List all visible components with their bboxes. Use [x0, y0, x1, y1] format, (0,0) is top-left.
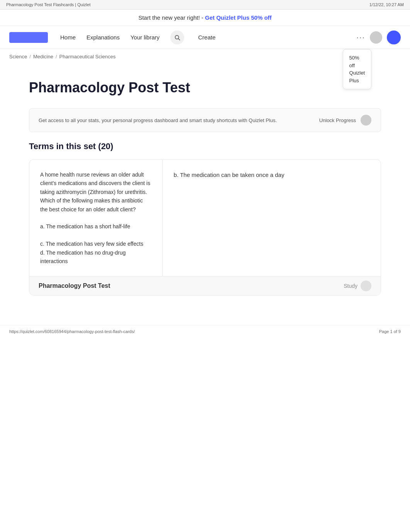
quizlet-logo[interactable] — [9, 32, 48, 43]
svg-line-1 — [178, 39, 180, 40]
breadcrumb-sep-1: / — [29, 54, 31, 59]
plus-hint-line1: 50% — [349, 54, 365, 62]
study-button[interactable]: Study — [344, 280, 371, 291]
search-icon[interactable] — [170, 31, 184, 44]
avatar-small[interactable] — [370, 31, 382, 44]
breadcrumb-pharma[interactable]: Pharmaceutical Sciences — [59, 54, 116, 59]
flashcard-inner: A home health nurse reviews an older adu… — [29, 160, 381, 276]
study-button-label: Study — [344, 283, 357, 289]
page-title: Pharmacology Post Test — [29, 80, 381, 96]
footer-page-info: Page 1 of 9 — [379, 329, 401, 334]
flashcard-definition: b. The medication can be taken once a da… — [163, 160, 381, 276]
flashcard-term: A home health nurse reviews an older adu… — [29, 160, 163, 276]
plus-hint-dropdown: 50% off Quizlet Plus — [343, 49, 371, 89]
breadcrumb-science[interactable]: Science — [9, 54, 27, 59]
nav-your-library[interactable]: Your library — [130, 34, 159, 41]
progress-banner: Get access to all your stats, your perso… — [29, 108, 381, 132]
flashcard: A home health nurse reviews an older adu… — [29, 159, 381, 296]
promo-link[interactable]: Get Quizlet Plus 50% off — [205, 14, 272, 21]
datetime: 1/12/22, 10:27 AM — [369, 2, 404, 7]
study-button-icon — [361, 280, 371, 291]
more-options-icon[interactable]: ··· — [356, 33, 365, 42]
tab-title: Pharmacology Post Test Flashcards | Quiz… — [6, 2, 90, 7]
navbar: Home Explanations Your library Create ··… — [0, 26, 410, 49]
nav-home[interactable]: Home — [60, 34, 76, 41]
nav-create[interactable]: Create — [198, 34, 215, 41]
avatar-large[interactable] — [387, 31, 401, 44]
study-footer: Pharmacology Post Test Study — [29, 276, 381, 295]
flashcard-def-text: b. The medication can be taken once a da… — [174, 170, 370, 180]
unlock-progress-button[interactable]: Unlock Progress — [319, 117, 356, 123]
terms-header: Terms in this set (20) — [29, 141, 381, 151]
bottom-bar: https://quizlet.com/608165944/pharmacolo… — [0, 325, 410, 338]
plus-hint-line4: Plus — [349, 77, 365, 85]
breadcrumb-medicine[interactable]: Medicine — [33, 54, 53, 59]
nav-right: ··· — [356, 31, 401, 44]
flashcard-term-text: A home health nurse reviews an older adu… — [40, 170, 151, 265]
progress-banner-text: Get access to all your stats, your perso… — [39, 117, 319, 123]
plus-hint-line3: Quizlet — [349, 69, 365, 77]
nav-explanations[interactable]: Explanations — [86, 34, 120, 41]
main-content: Pharmacology Post Test Get access to all… — [20, 64, 390, 309]
nav-links: Home Explanations Your library Create — [60, 31, 356, 44]
plus-hint-line2: off — [349, 62, 365, 70]
promo-banner: Start the new year right! - Get Quizlet … — [0, 10, 410, 26]
breadcrumb-sep-2: / — [56, 54, 57, 59]
browser-bar: Pharmacology Post Test Flashcards | Quiz… — [0, 0, 410, 10]
progress-avatar — [361, 115, 371, 126]
footer-url: https://quizlet.com/608165944/pharmacolo… — [9, 329, 135, 334]
study-footer-title: Pharmacology Post Test — [39, 282, 110, 289]
promo-text: Start the new year right! - — [138, 14, 203, 21]
